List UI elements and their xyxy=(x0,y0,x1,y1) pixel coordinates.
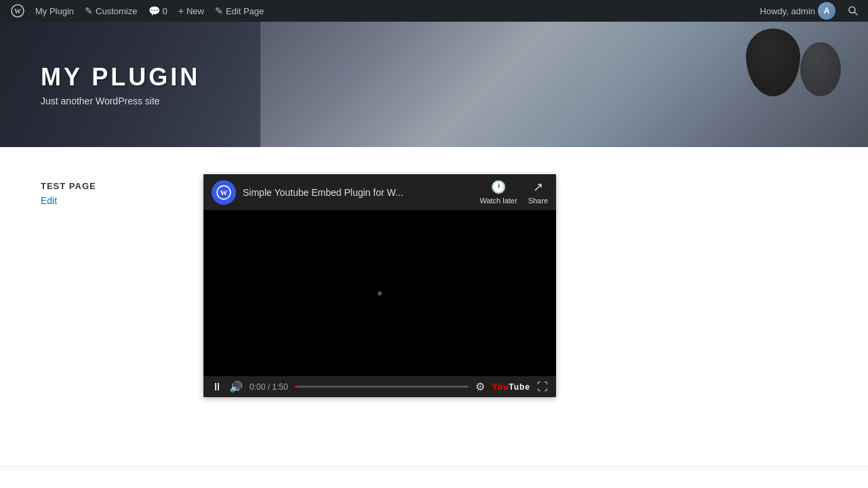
avatar: A xyxy=(818,2,835,20)
header-text: MY PLUGIN Just another WordPress site xyxy=(41,63,200,106)
share-button[interactable]: ↗ Share xyxy=(528,180,548,205)
yt-video-title: Simple Youtube Embed Plugin for W... xyxy=(243,187,473,198)
customize-label: Customize xyxy=(96,6,137,16)
settings-button[interactable]: ⚙ xyxy=(475,380,485,393)
admin-bar-right: Howdy, admin A xyxy=(755,2,863,20)
edit-page-label: Edit Page xyxy=(226,6,264,16)
comments-count: 0 xyxy=(163,6,167,16)
site-footer xyxy=(0,465,868,470)
pause-button[interactable]: ⏸ xyxy=(212,381,222,393)
time-display: 0:00 / 1:50 xyxy=(250,382,288,392)
yt-controls: ⏸ 🔊 0:00 / 1:50 ⚙ YouTube ⛶ xyxy=(203,376,556,397)
edit-page-button[interactable]: ✎ Edit Page xyxy=(210,0,269,22)
yt-video-area[interactable] xyxy=(203,210,556,376)
my-plugin-button[interactable]: My Plugin xyxy=(30,0,79,22)
customize-button[interactable]: ✎ Customize xyxy=(79,0,142,22)
my-plugin-label: My Plugin xyxy=(35,6,74,16)
progress-fill xyxy=(295,386,298,388)
edit-link[interactable]: Edit xyxy=(41,195,176,206)
svg-text:W: W xyxy=(14,7,21,15)
clock-icon: 🕐 xyxy=(491,180,506,195)
wp-logo-button[interactable]: W xyxy=(5,0,30,22)
howdy-label: Howdy, admin xyxy=(760,6,815,16)
yt-header: W Simple Youtube Embed Plugin for W... 🕐… xyxy=(203,174,556,210)
youtube-player: W Simple Youtube Embed Plugin for W... 🕐… xyxy=(203,174,556,397)
video-container: W Simple Youtube Embed Plugin for W... 🕐… xyxy=(203,174,556,397)
page-title: TEST PAGE xyxy=(41,181,176,191)
watch-later-button[interactable]: 🕐 Watch later xyxy=(479,180,517,205)
main-content: TEST PAGE Edit W Simple Youtube Embed Pl… xyxy=(0,147,868,424)
search-icon xyxy=(848,5,859,16)
loading-dot xyxy=(378,291,382,296)
svg-line-3 xyxy=(854,12,857,15)
new-button[interactable]: + New xyxy=(173,0,210,22)
share-icon: ↗ xyxy=(533,180,543,195)
youtube-logo: YouTube xyxy=(492,382,530,392)
admin-bar: W My Plugin ✎ Customize 💬 0 + New ✎ Edit… xyxy=(0,0,868,22)
site-title: MY PLUGIN xyxy=(41,63,200,92)
yt-channel-icon[interactable]: W xyxy=(212,180,236,205)
header-plant-2 xyxy=(800,42,841,96)
watch-later-label: Watch later xyxy=(479,197,517,205)
new-label: New xyxy=(186,6,204,16)
site-header: MY PLUGIN Just another WordPress site xyxy=(0,22,868,147)
fullscreen-button[interactable]: ⛶ xyxy=(537,381,548,393)
wp-circle-icon: W xyxy=(216,185,231,200)
comment-icon: 💬 xyxy=(149,5,160,16)
pencil-icon: ✎ xyxy=(85,5,93,16)
search-button[interactable] xyxy=(844,5,863,16)
plus-icon: + xyxy=(178,5,184,16)
sidebar: TEST PAGE Edit xyxy=(41,174,176,397)
progress-bar[interactable] xyxy=(295,386,469,388)
svg-text:W: W xyxy=(220,188,228,197)
volume-button[interactable]: 🔊 xyxy=(229,380,243,393)
comments-button[interactable]: 💬 0 xyxy=(143,0,173,22)
howdy-admin[interactable]: Howdy, admin A xyxy=(755,2,841,20)
edit-icon: ✎ xyxy=(215,5,223,16)
site-tagline: Just another WordPress site xyxy=(41,96,200,106)
share-label: Share xyxy=(528,197,548,205)
yt-actions: 🕐 Watch later ↗ Share xyxy=(479,180,548,205)
